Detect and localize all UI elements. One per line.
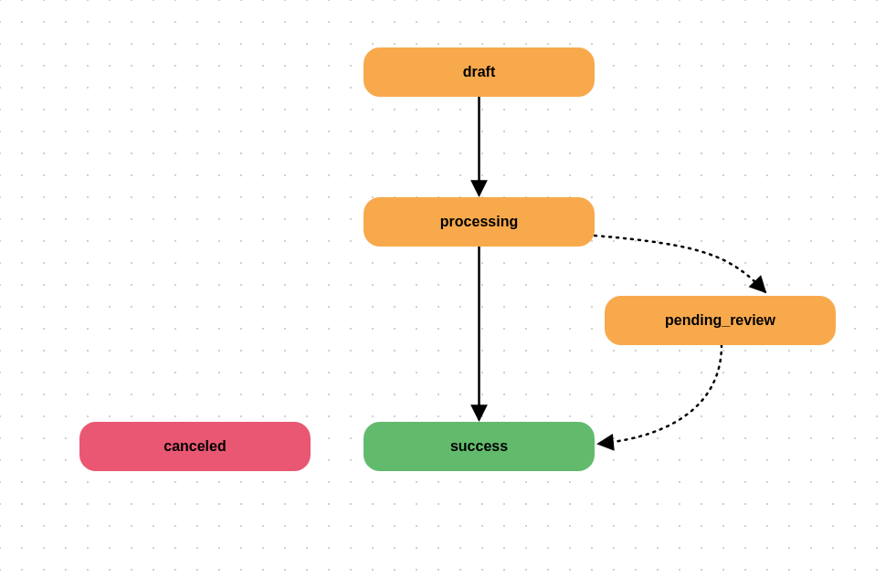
state-label: success bbox=[450, 438, 508, 455]
state-label: pending_review bbox=[665, 312, 775, 329]
edge-processing-to-pending-review bbox=[595, 236, 765, 292]
state-label: canceled bbox=[163, 438, 226, 455]
state-label: draft bbox=[463, 64, 496, 80]
state-label: processing bbox=[440, 214, 518, 230]
state-node-canceled[interactable]: canceled bbox=[79, 422, 311, 471]
edge-pending-review-to-success bbox=[598, 345, 722, 444]
state-node-pending-review[interactable]: pending_review bbox=[605, 296, 836, 345]
diagram-canvas[interactable]: draft processing pending_review success … bbox=[0, 0, 896, 588]
state-node-processing[interactable]: processing bbox=[364, 197, 595, 247]
state-node-draft[interactable]: draft bbox=[364, 47, 595, 97]
state-node-success[interactable]: success bbox=[364, 422, 595, 471]
